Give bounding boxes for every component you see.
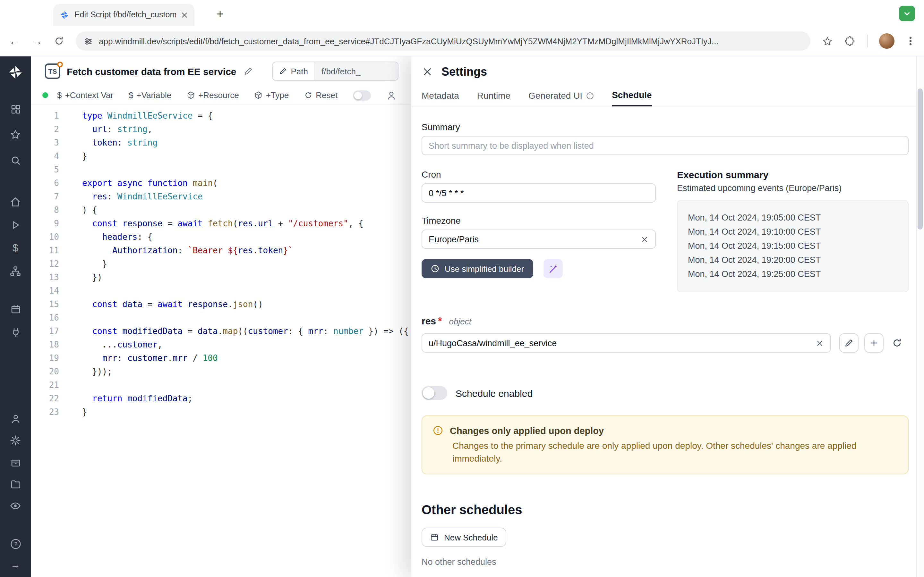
status-dot	[42, 92, 48, 98]
ai-wand-button[interactable]	[543, 259, 563, 278]
workers-box-icon[interactable]	[10, 456, 21, 469]
drawer-scrollbar[interactable]	[916, 56, 924, 577]
clear-timezone-icon[interactable]	[640, 235, 649, 243]
variables-dollar-icon[interactable]: $	[13, 242, 18, 255]
resource-value: u/HugoCasa/windmill_ee_service	[429, 338, 811, 348]
tab-generated-ui[interactable]: Generated UI	[528, 90, 594, 106]
tab-schedule[interactable]: Schedule	[612, 90, 652, 106]
drawer-header: Settings	[411, 56, 916, 87]
package-icon	[187, 91, 195, 99]
schedule-enabled-toggle[interactable]	[422, 386, 447, 400]
event-item: Mon, 14 Oct 2024, 19:10:00 CEST	[688, 225, 898, 239]
schedule-tab-panel: Summary Short summary to be displayed wh…	[411, 106, 916, 567]
profile-avatar[interactable]	[879, 33, 895, 49]
flows-sitemap-icon[interactable]	[10, 265, 21, 277]
add-resource-button[interactable]: +Resource	[187, 90, 239, 100]
tab-metadata[interactable]: Metadata	[422, 90, 459, 106]
tab-title: Edit Script f/bd/fetch_custom	[74, 10, 176, 19]
summary-placeholder: Short summary to be displayed when liste…	[429, 141, 901, 150]
audit-eye-icon[interactable]	[10, 500, 21, 512]
resource-row: u/HugoCasa/windmill_ee_service	[422, 334, 909, 353]
page-title: Fetch customer data from EE service	[67, 66, 236, 77]
settings-tabs: Metadata Runtime Generated UI Schedule	[411, 87, 916, 106]
info-icon	[586, 91, 594, 100]
add-context-var-button[interactable]: $ +Context Var	[57, 90, 113, 100]
path-chip[interactable]: Path f/bd/fetch_	[272, 61, 399, 81]
scrollbar-thumb[interactable]	[918, 89, 923, 229]
divider	[867, 35, 867, 47]
schedule-enabled-row: Schedule enabled	[422, 386, 909, 400]
back-button[interactable]: ←	[9, 35, 20, 47]
users-person-icon[interactable]	[10, 412, 21, 425]
search-icon[interactable]	[10, 154, 21, 167]
timezone-value: Europe/Paris	[429, 234, 635, 244]
home-icon[interactable]	[10, 195, 21, 208]
no-other-schedules-text: No other schedules	[422, 557, 909, 567]
folders-folder-icon[interactable]	[10, 478, 21, 490]
draft-indicator-dot	[57, 61, 63, 67]
reset-button[interactable]: Reset	[304, 90, 338, 100]
summary-label: Summary	[422, 122, 909, 132]
upcoming-events-panel: Mon, 14 Oct 2024, 19:05:00 CESTMon, 14 O…	[677, 200, 909, 292]
windmill-logo-icon[interactable]	[8, 64, 23, 81]
wand-icon	[548, 264, 558, 274]
edit-title-pencil-icon[interactable]	[244, 67, 253, 76]
url-row: ← → app.windmill.dev/scripts/edit/f/bd/f…	[0, 26, 924, 56]
clear-resource-icon[interactable]	[816, 339, 824, 347]
schedule-enabled-label: Schedule enabled	[456, 388, 533, 398]
refresh-icon	[304, 91, 312, 99]
run-as-person-icon[interactable]	[386, 90, 397, 100]
extensions-icon[interactable]	[845, 35, 855, 47]
close-icon[interactable]	[422, 67, 433, 77]
edit-resource-button[interactable]	[839, 334, 859, 353]
refresh-resource-button[interactable]	[892, 338, 902, 348]
schedules-calendar-icon[interactable]	[10, 303, 21, 316]
dollar-icon: $	[57, 90, 61, 100]
forward-button[interactable]: →	[31, 35, 42, 47]
green-dropdown-button[interactable]	[899, 6, 915, 21]
site-settings-icon[interactable]	[83, 36, 93, 46]
editor-mini-toggle[interactable]	[353, 90, 371, 100]
add-type-button[interactable]: +Type	[254, 90, 289, 100]
new-tab-button[interactable]: +	[212, 6, 228, 23]
events-list: Mon, 14 Oct 2024, 19:05:00 CESTMon, 14 O…	[688, 211, 898, 282]
resource-input[interactable]: u/HugoCasa/windmill_ee_service	[422, 334, 831, 353]
screen: Edit Script f/bd/fetch_custom + ← →	[0, 0, 924, 577]
help-question-icon[interactable]: ?	[9, 537, 21, 550]
warning-body: Changes to the primary schedule are only…	[452, 439, 898, 465]
timezone-input[interactable]: Europe/Paris	[422, 229, 656, 249]
deploy-warning-banner: Changes only applied upon deploy Changes…	[422, 416, 909, 474]
cron-label: Cron	[422, 169, 656, 179]
reload-button[interactable]	[54, 36, 64, 46]
add-resource-button-drawer[interactable]	[864, 334, 884, 353]
drawer-title: Settings	[441, 65, 487, 79]
calendar-icon	[430, 533, 439, 542]
event-item: Mon, 14 Oct 2024, 19:15:00 CEST	[688, 239, 898, 253]
bookmark-star-icon[interactable]	[822, 35, 833, 47]
add-variable-button[interactable]: $ +Variable	[129, 90, 171, 100]
resource-field-header: res * object	[422, 316, 909, 327]
pencil-icon	[845, 338, 853, 348]
clock-icon	[431, 264, 439, 273]
other-schedules-title: Other schedules	[422, 503, 909, 517]
tab-runtime[interactable]: Runtime	[477, 90, 510, 106]
use-simplified-builder-button[interactable]: Use simplified builder	[422, 259, 533, 278]
timezone-label: Timezone	[422, 215, 656, 226]
new-schedule-button[interactable]: New Schedule	[422, 528, 506, 547]
url-bar[interactable]: app.windmill.dev/scripts/edit/f/bd/fetch…	[76, 31, 811, 51]
favorites-star-icon[interactable]	[10, 128, 21, 141]
app-sidebar: $ ? →	[0, 56, 31, 577]
browser-tab[interactable]: Edit Script f/bd/fetch_custom	[53, 4, 194, 26]
browser-menu-icon[interactable]	[906, 36, 915, 46]
summary-input[interactable]: Short summary to be displayed when liste…	[422, 136, 909, 155]
apps-grid-icon[interactable]	[10, 103, 21, 115]
settings-drawer: Settings Metadata Runtime Generated UI S…	[411, 56, 924, 577]
path-pencil-icon	[279, 67, 287, 75]
runs-play-icon[interactable]	[10, 219, 21, 231]
settings-gear-icon[interactable]	[10, 434, 21, 447]
cron-input[interactable]: 0 */5 * * *	[422, 183, 656, 203]
tab-close-icon[interactable]	[181, 11, 188, 18]
collapse-arrow-icon[interactable]: →	[11, 558, 20, 571]
connections-plug-icon[interactable]	[10, 326, 21, 338]
svg-text:?: ?	[14, 541, 17, 547]
